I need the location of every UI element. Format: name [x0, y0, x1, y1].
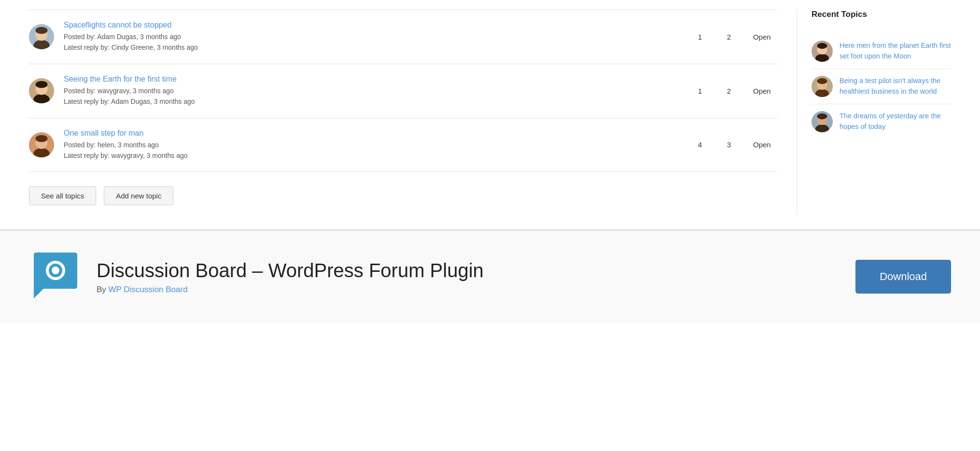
recent-topic-item: The dreams of yesterday are the hopes of… — [812, 104, 951, 139]
author-link[interactable]: WP Discussion Board — [109, 285, 188, 294]
topic-row: Seeing the Earth for the first time Post… — [29, 64, 777, 118]
svg-point-3 — [36, 27, 48, 34]
svg-point-19 — [817, 78, 827, 84]
topic-title[interactable]: One small step for man — [64, 129, 686, 138]
topic-stats: 1 2 — [695, 87, 734, 95]
svg-point-15 — [817, 43, 827, 49]
topic-title[interactable]: Spaceflights cannot be stopped — [64, 21, 686, 29]
sidebar-avatar — [812, 111, 833, 132]
posts-count: 3 — [724, 141, 734, 149]
page-wrapper: Spaceflights cannot be stopped Posted by… — [0, 0, 980, 451]
svg-point-7 — [36, 81, 48, 88]
topic-status: Open — [753, 87, 777, 95]
topic-status: Open — [753, 141, 777, 149]
see-all-topics-button[interactable]: See all topics — [29, 186, 96, 205]
topic-info: Seeing the Earth for the first time Post… — [64, 75, 686, 107]
plugin-title: Discussion Board – WordPress Forum Plugi… — [97, 259, 841, 282]
action-buttons: See all topics Add new topic — [29, 172, 777, 215]
sidebar-avatar — [812, 76, 833, 97]
posts-count: 2 — [724, 87, 734, 95]
topic-info: One small step for man Posted by: helen,… — [64, 129, 686, 161]
voices-count: 1 — [695, 87, 705, 95]
topic-meta: Posted by: helen, 3 months ago Latest re… — [64, 140, 686, 161]
add-new-topic-button[interactable]: Add new topic — [104, 186, 173, 205]
recent-topic-link[interactable]: Here men from the planet Earth first set… — [840, 41, 951, 62]
recent-topic-link[interactable]: Being a test pilot isn't always the heal… — [840, 76, 951, 97]
topic-meta: Posted by: wavygravy, 3 months ago Lates… — [64, 85, 686, 107]
topic-row: Spaceflights cannot be stopped Posted by… — [29, 10, 777, 64]
topic-avatar — [29, 78, 54, 103]
plugin-author: By WP Discussion Board — [97, 285, 841, 295]
recent-topic-link[interactable]: The dreams of yesterday are the hopes of… — [840, 111, 951, 132]
bottom-section: Discussion Board – WordPress Forum Plugi… — [0, 229, 980, 323]
voices-count: 1 — [695, 33, 705, 41]
voices-count: 4 — [695, 141, 705, 149]
plugin-info: Discussion Board – WordPress Forum Plugi… — [97, 259, 841, 295]
topic-stats: 4 3 — [695, 141, 734, 149]
sidebar-avatar — [812, 41, 833, 62]
topic-status: Open — [753, 33, 777, 41]
topic-avatar — [29, 132, 54, 157]
recent-topic-item: Being a test pilot isn't always the heal… — [812, 69, 951, 104]
posts-count: 2 — [724, 33, 734, 41]
plugin-logo — [29, 250, 82, 303]
svg-point-11 — [36, 135, 48, 142]
sidebar-title: Recent Topics — [812, 10, 951, 24]
svg-point-26 — [52, 267, 59, 274]
author-prefix: By — [97, 285, 109, 294]
topic-meta: Posted by: Adam Dugas, 3 months ago Late… — [64, 31, 686, 53]
sidebar: Recent Topics Here men from the planet E… — [797, 10, 951, 215]
topics-container: Spaceflights cannot be stopped Posted by… — [29, 10, 777, 172]
topic-info: Spaceflights cannot be stopped Posted by… — [64, 21, 686, 53]
top-section: Spaceflights cannot be stopped Posted by… — [0, 0, 980, 215]
download-button[interactable]: Download — [855, 260, 951, 294]
topic-avatar — [29, 24, 54, 49]
recent-topic-item: Here men from the planet Earth first set… — [812, 34, 951, 69]
topic-stats: 1 2 — [695, 33, 734, 41]
forum-list: Spaceflights cannot be stopped Posted by… — [29, 10, 777, 215]
topic-title[interactable]: Seeing the Earth for the first time — [64, 75, 686, 84]
svg-point-23 — [817, 113, 827, 119]
recent-topics-container: Here men from the planet Earth first set… — [812, 34, 951, 139]
topic-row: One small step for man Posted by: helen,… — [29, 118, 777, 172]
